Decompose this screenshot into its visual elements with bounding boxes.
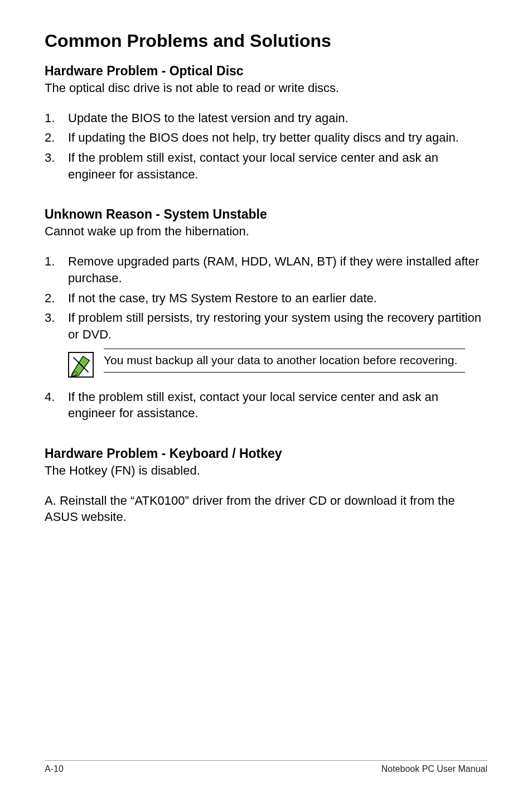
single-step: A. Reinstall the “ATK0100” driver from t…	[45, 492, 487, 525]
section-subtitle: Cannot wake up from the hibernation.	[45, 223, 487, 240]
section-subtitle: The Hotkey (FN) is disabled.	[45, 462, 487, 479]
step-text: If the problem still exist, contact your…	[68, 389, 487, 422]
step-number: 1.	[45, 110, 68, 127]
section-subtitle: The optical disc drive is not able to re…	[45, 80, 487, 96]
step-text: Remove upgraded parts (RAM, HDD, WLAN, B…	[68, 253, 487, 286]
step-number: 3.	[45, 310, 68, 342]
step-number: 4.	[45, 389, 68, 422]
page-title: Common Problems and Solutions	[45, 31, 487, 51]
step-text: If the problem still exist, contact your…	[68, 149, 487, 182]
step-number: 3.	[45, 149, 68, 182]
note-icon	[68, 352, 94, 378]
step-number: 2.	[45, 290, 68, 307]
step-text: If problem still persists, try restoring…	[68, 310, 487, 342]
list-item: 1.Update the BIOS to the latest version …	[45, 110, 487, 127]
steps-list-system-a: 1.Remove upgraded parts (RAM, HDD, WLAN,…	[45, 253, 487, 342]
step-text: Update the BIOS to the latest version an…	[68, 110, 487, 127]
list-item: 3.If the problem still exist, contact yo…	[45, 149, 487, 182]
list-item: 2.If updating the BIOS does not help, tr…	[45, 129, 487, 146]
list-item: 2.If not the case, try MS System Restore…	[45, 290, 487, 307]
section-heading-optical-disc: Hardware Problem - Optical Disc	[45, 64, 487, 79]
steps-list-system-b: 4.If the problem still exist, contact yo…	[45, 389, 487, 422]
step-number: 1.	[45, 253, 68, 286]
step-text: If not the case, try MS System Restore t…	[68, 290, 487, 307]
list-item: 1.Remove upgraded parts (RAM, HDD, WLAN,…	[45, 253, 487, 286]
note-callout: You must backup all your data to another…	[68, 349, 487, 378]
doc-title: Notebook PC User Manual	[381, 764, 487, 774]
list-item: 4.If the problem still exist, contact yo…	[45, 389, 487, 422]
step-text: If updating the BIOS does not help, try …	[68, 129, 487, 146]
steps-list-optical: 1.Update the BIOS to the latest version …	[45, 110, 487, 183]
page-footer: A-10 Notebook PC User Manual	[45, 760, 487, 774]
step-number: 2.	[45, 129, 68, 146]
section-heading-system-unstable: Unknown Reason - System Unstable	[45, 207, 487, 222]
page-number: A-10	[45, 764, 64, 774]
note-text: You must backup all your data to another…	[104, 352, 465, 368]
note-divider: You must backup all your data to another…	[104, 349, 465, 373]
section-heading-keyboard: Hardware Problem - Keyboard / Hotkey	[45, 446, 487, 461]
list-item: 3.If problem still persists, try restori…	[45, 310, 487, 342]
